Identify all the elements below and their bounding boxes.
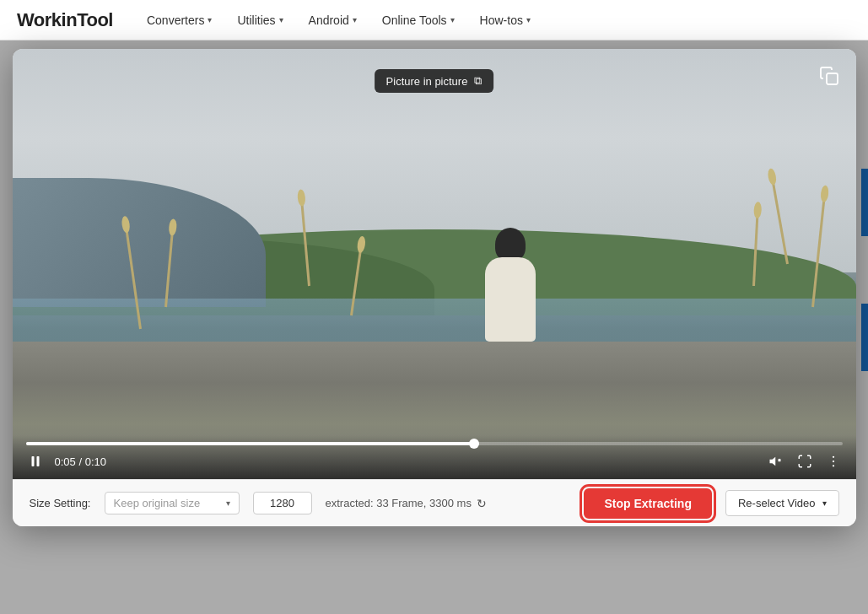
nav-item-utilities[interactable]: Utilities ▾	[237, 13, 283, 27]
time-current: 0:05	[55, 455, 76, 468]
nav-item-online-tools[interactable]: Online Tools ▾	[382, 13, 455, 27]
main-nav: Converters ▾ Utilities ▾ Android ▾ Onlin…	[147, 13, 564, 27]
scene-person	[477, 224, 544, 342]
time-total: 0:10	[85, 455, 106, 468]
pause-button[interactable]	[26, 452, 45, 471]
video-controls: 0:05 / 0:10	[13, 435, 856, 479]
time-display: 0:05 / 0:10	[55, 455, 106, 468]
svg-rect-2	[36, 456, 39, 466]
svg-point-7	[832, 460, 833, 462]
chevron-down-icon: ▾	[353, 15, 357, 24]
time-separator: /	[78, 455, 84, 468]
size-dropdown-value: Keep original size	[114, 497, 201, 509]
svg-rect-1	[31, 456, 34, 466]
video-scene	[13, 49, 856, 479]
volume-button[interactable]	[767, 452, 785, 471]
chevron-down-icon: ▾	[526, 15, 531, 24]
reselect-video-button[interactable]: Re-select Video ▾	[725, 490, 839, 516]
pip-label: Picture in picture	[386, 75, 468, 88]
logo: WorkinTool	[17, 9, 113, 31]
chevron-down-icon: ▾	[208, 15, 212, 24]
person-head	[495, 228, 526, 261]
nav-item-converters[interactable]: Converters ▾	[147, 13, 212, 27]
svg-marker-3	[769, 457, 775, 466]
refresh-icon[interactable]: ↻	[477, 497, 487, 510]
size-dropdown[interactable]: Keep original size ▾	[105, 492, 240, 514]
nav-item-android[interactable]: Android ▾	[309, 13, 357, 27]
controls-row: 0:05 / 0:10	[26, 452, 843, 471]
svg-point-8	[832, 465, 833, 466]
chevron-down-icon: ▾	[450, 15, 455, 24]
more-options-button[interactable]	[824, 452, 843, 471]
chevron-down-icon: ▾	[822, 498, 827, 508]
progress-bar[interactable]	[26, 442, 843, 445]
header: WorkinTool Converters ▾ Utilities ▾ Andr…	[0, 0, 868, 40]
svg-rect-0	[827, 73, 838, 84]
nav-item-how-tos[interactable]: How-tos ▾	[480, 13, 531, 27]
bottom-bar: Size Setting: Keep original size ▾ extra…	[13, 479, 856, 526]
extracted-info: extracted: 33 Frame, 3300 ms ↻	[326, 497, 487, 510]
video-player[interactable]: Picture in picture ⧉	[13, 49, 856, 479]
chevron-down-icon: ▾	[226, 498, 230, 508]
pip-tooltip: Picture in picture ⧉	[375, 69, 494, 93]
extracted-info-text: extracted: 33 Frame, 3300 ms	[326, 497, 472, 509]
nav-list: Converters ▾ Utilities ▾ Android ▾ Onlin…	[147, 13, 531, 27]
width-input[interactable]	[253, 492, 312, 514]
progress-fill	[26, 442, 475, 445]
stop-extracting-button[interactable]: Stop Extracting	[584, 488, 711, 519]
size-setting-label: Size Setting:	[30, 497, 91, 509]
copy-icon[interactable]	[819, 66, 839, 91]
fullscreen-button[interactable]	[795, 452, 814, 471]
svg-point-6	[832, 456, 833, 458]
chevron-down-icon: ▾	[279, 15, 283, 24]
pip-icon: ⧉	[474, 74, 482, 88]
reselect-label: Re-select Video	[738, 497, 816, 509]
video-modal: Picture in picture ⧉	[13, 49, 856, 526]
person-body	[485, 257, 536, 342]
modal-overlay: Picture in picture ⧉	[0, 40, 868, 614]
